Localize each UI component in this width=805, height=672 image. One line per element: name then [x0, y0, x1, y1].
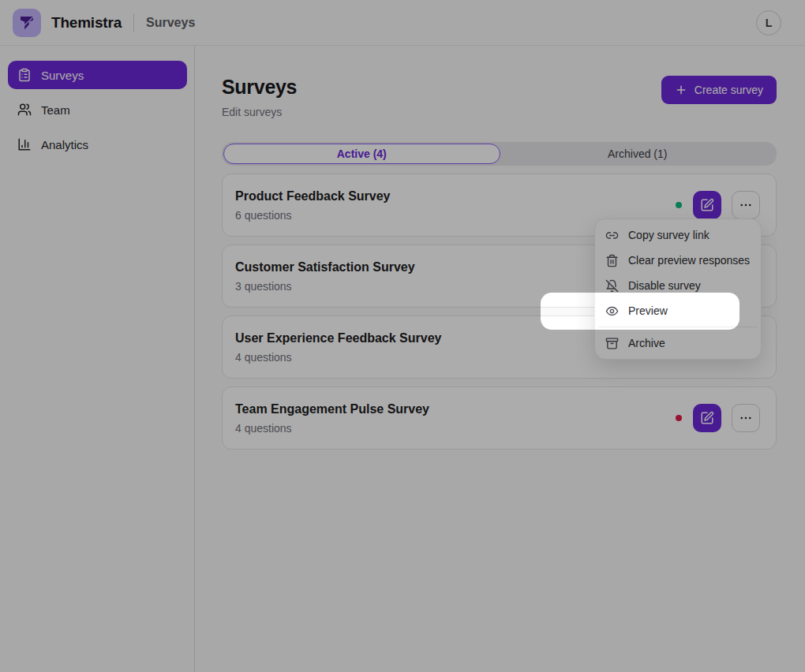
status-dot	[676, 415, 682, 421]
menu-item-label: Clear preview responses	[628, 254, 750, 267]
survey-context-menu: Copy survey link Clear preview responses…	[594, 218, 762, 360]
ellipsis-icon	[739, 198, 753, 212]
brand-logo	[13, 9, 41, 37]
survey-title: User Experience Feedback Survey	[235, 331, 441, 345]
edit-survey-button[interactable]	[693, 191, 721, 219]
survey-question-count: 3 questions	[235, 280, 415, 293]
sidebar: Surveys Team Analytics	[0, 46, 195, 672]
sidebar-item-analytics[interactable]: Analytics	[8, 130, 187, 159]
edit-survey-button[interactable]	[693, 404, 721, 432]
more-options-button[interactable]	[732, 404, 760, 432]
menu-item-archive[interactable]: Archive	[598, 330, 758, 356]
plus-icon	[675, 84, 687, 96]
breadcrumb[interactable]: Surveys	[146, 16, 195, 30]
sidebar-item-team[interactable]: Team	[8, 95, 187, 124]
menu-item-disable-survey[interactable]: Disable survey	[598, 273, 758, 298]
sidebar-item-surveys[interactable]: Surveys	[8, 61, 187, 89]
survey-title: Team Engagement Pulse Survey	[235, 402, 429, 416]
menu-item-label: Archive	[628, 337, 665, 349]
user-avatar[interactable]: L	[756, 10, 781, 35]
brand-name: Themistra	[51, 14, 122, 32]
menu-item-preview[interactable]: Preview	[598, 298, 758, 323]
top-bar: Themistra Surveys L	[0, 0, 805, 46]
ellipsis-icon	[739, 411, 753, 425]
menu-item-label: Preview	[628, 304, 668, 317]
tab-archived[interactable]: Archived (1)	[500, 144, 776, 164]
edit-pen-icon	[700, 198, 714, 212]
create-survey-button[interactable]: Create survey	[661, 76, 777, 104]
menu-item-label: Disable survey	[628, 279, 701, 292]
sidebar-item-label: Team	[41, 103, 70, 117]
users-icon	[17, 103, 32, 117]
survey-question-count: 6 questions	[235, 209, 391, 222]
menu-item-label: Copy survey link	[628, 229, 710, 241]
sidebar-item-label: Surveys	[41, 69, 84, 82]
app-window: Themistra Surveys L Surveys	[0, 0, 805, 672]
survey-title: Product Feedback Survey	[235, 189, 391, 203]
eye-icon	[605, 304, 619, 318]
sidebar-item-label: Analytics	[41, 138, 88, 151]
bar-chart-icon	[17, 137, 32, 151]
survey-title: Customer Satisfaction Survey	[235, 260, 415, 274]
more-options-button[interactable]	[732, 191, 760, 219]
menu-item-copy-survey-link[interactable]: Copy survey link	[598, 222, 758, 248]
trash-icon	[605, 254, 619, 267]
link-icon	[605, 229, 619, 242]
menu-item-clear-preview-responses[interactable]: Clear preview responses	[598, 248, 758, 273]
survey-card-team-engagement: Team Engagement Pulse Survey 4 questions	[222, 386, 777, 450]
clipboard-list-icon	[17, 68, 32, 82]
survey-question-count: 4 questions	[235, 422, 429, 435]
page-subtitle: Edit surveys	[222, 106, 297, 118]
page-title: Surveys	[222, 76, 297, 99]
survey-tabs: Active (4) Archived (1)	[222, 142, 777, 166]
bell-off-icon	[605, 279, 619, 293]
survey-question-count: 4 questions	[235, 351, 441, 364]
menu-separator	[598, 327, 758, 327]
tab-active[interactable]: Active (4)	[223, 144, 500, 164]
breadcrumb-divider	[133, 13, 134, 32]
archive-icon	[605, 337, 619, 350]
status-dot	[676, 202, 682, 208]
edit-pen-icon	[700, 411, 714, 425]
themistra-logo-icon	[17, 13, 36, 32]
create-survey-label: Create survey	[695, 84, 763, 96]
